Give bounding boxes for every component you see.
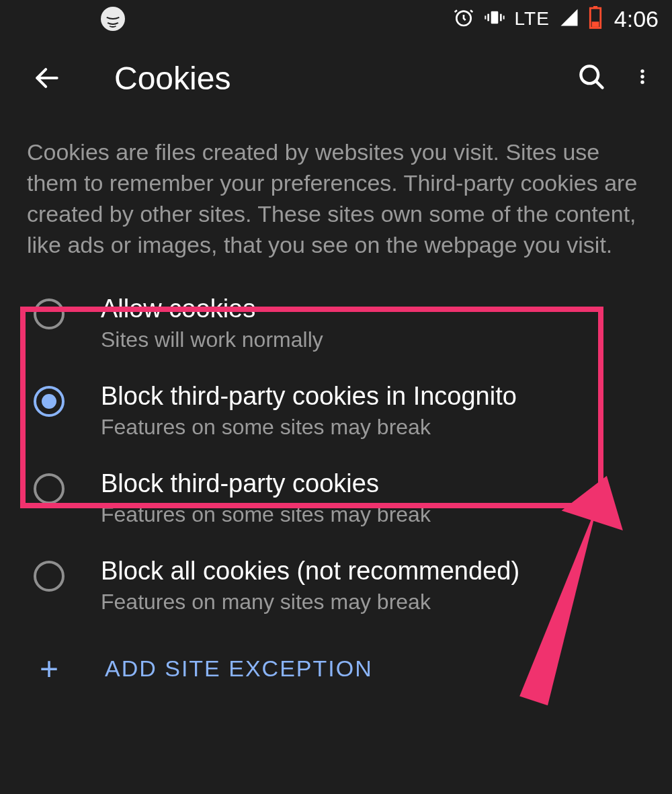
- radio-icon: [34, 473, 65, 504]
- arrow-left-icon: [32, 63, 62, 93]
- overflow-menu-button[interactable]: [633, 62, 652, 94]
- add-site-exception-button[interactable]: + ADD SITE EXCEPTION: [0, 629, 672, 703]
- radio-icon: [34, 299, 65, 329]
- back-button[interactable]: [27, 58, 67, 98]
- add-site-exception-label: ADD SITE EXCEPTION: [105, 656, 373, 682]
- cookie-options-list: Allow cookies Sites will work normally B…: [0, 268, 672, 629]
- option-title: Block third-party cookies: [101, 469, 431, 498]
- radio-icon: [34, 386, 65, 417]
- option-allow-cookies[interactable]: Allow cookies Sites will work normally: [0, 280, 672, 367]
- svg-rect-8: [591, 22, 599, 27]
- option-subtitle: Features on many sites may break: [101, 590, 519, 614]
- option-subtitle: Features on some sites may break: [101, 502, 431, 527]
- status-bar: LTE 4:06: [0, 0, 672, 38]
- svg-rect-2: [487, 14, 489, 22]
- page-title: Cookies: [114, 60, 577, 97]
- svg-rect-4: [485, 15, 486, 19]
- spotify-icon: [101, 7, 125, 31]
- cookies-description: Cookies are files created by websites yo…: [0, 118, 672, 268]
- option-title: Block third-party cookies in Incognito: [101, 382, 517, 411]
- clock-time: 4:06: [614, 6, 659, 32]
- radio-icon: [34, 561, 65, 592]
- network-label: LTE: [515, 8, 550, 30]
- svg-line-11: [595, 81, 602, 87]
- svg-rect-5: [503, 15, 504, 19]
- alarm-icon: [453, 7, 474, 31]
- svg-point-14: [640, 80, 644, 83]
- option-block-all-cookies[interactable]: Block all cookies (not recommended) Feat…: [0, 542, 672, 629]
- option-subtitle: Features on some sites may break: [101, 415, 517, 440]
- option-block-third-party-incognito[interactable]: Block third-party cookies in Incognito F…: [0, 367, 672, 454]
- svg-rect-1: [491, 11, 498, 24]
- svg-point-12: [640, 69, 644, 73]
- search-button[interactable]: [577, 62, 606, 94]
- option-subtitle: Sites will work normally: [101, 327, 323, 352]
- signal-icon: [559, 7, 579, 30]
- option-block-third-party[interactable]: Block third-party cookies Features on so…: [0, 454, 672, 542]
- search-icon: [577, 62, 606, 91]
- app-bar: Cookies: [0, 38, 672, 118]
- vibrate-icon: [484, 7, 505, 31]
- more-vert-icon: [633, 62, 652, 91]
- option-title: Allow cookies: [101, 294, 323, 323]
- svg-point-13: [640, 75, 644, 78]
- battery-icon: [589, 6, 602, 32]
- option-title: Block all cookies (not recommended): [101, 557, 519, 586]
- plus-icon: +: [34, 653, 65, 684]
- svg-rect-3: [500, 14, 502, 22]
